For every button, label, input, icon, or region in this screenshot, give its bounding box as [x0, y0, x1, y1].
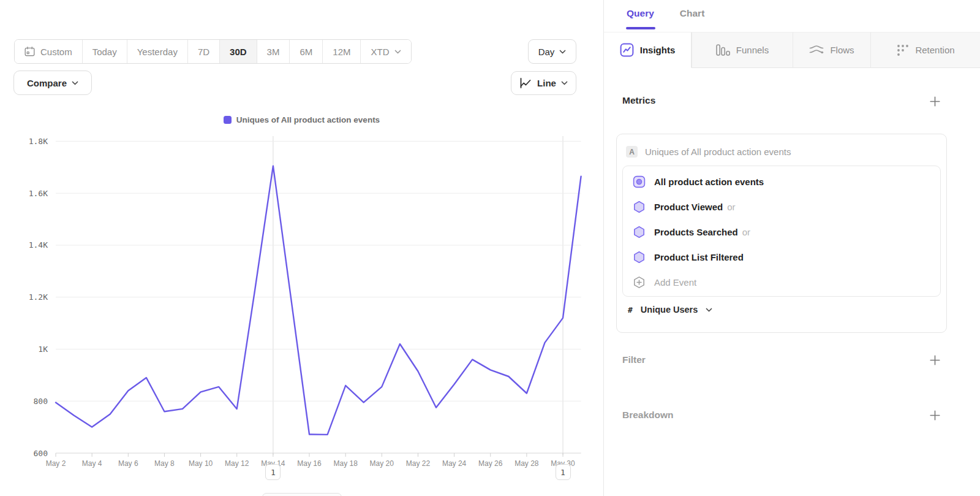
- x-axis-tick-label: May 4: [82, 459, 102, 468]
- tab-retention[interactable]: Retention: [870, 32, 980, 68]
- range-button-12m[interactable]: 12M: [323, 40, 361, 63]
- chart-type-label: Line: [537, 78, 556, 88]
- event-label: Product Viewed: [654, 202, 723, 212]
- x-axis-tick-label: May 28: [514, 459, 539, 468]
- x-axis-tick-label: May 18: [333, 459, 358, 468]
- retention-icon: [897, 44, 909, 56]
- metrics-heading: Metrics: [622, 95, 655, 106]
- add-breakdown-button[interactable]: [930, 410, 940, 421]
- y-axis-tick-label: 1.2K: [29, 292, 48, 302]
- tab-funnels[interactable]: Funnels: [692, 32, 793, 68]
- flows-icon: [809, 45, 824, 56]
- range-button-6m[interactable]: 6M: [290, 40, 323, 63]
- range-label: Today: [92, 47, 117, 57]
- y-axis-tick-label: 1.6K: [29, 189, 48, 198]
- range-label: 7D: [198, 47, 209, 57]
- tab-label: Flows: [830, 45, 854, 55]
- range-button-30d[interactable]: 30D: [220, 40, 257, 63]
- date-range-group: CustomTodayYesterday7D30D3M6M12MXTD: [14, 39, 412, 64]
- range-button-7d[interactable]: 7D: [188, 40, 220, 63]
- range-button-3m[interactable]: 3M: [257, 40, 290, 63]
- range-label: 12M: [333, 47, 350, 57]
- event-row[interactable]: Product Viewedor: [623, 194, 940, 219]
- range-button-custom[interactable]: Custom: [15, 40, 83, 63]
- active-tab-underline: [626, 27, 655, 29]
- range-label: 30D: [230, 47, 247, 57]
- panel-header-tabs: QueryChart: [627, 8, 704, 19]
- x-axis-tick-label: May 12: [225, 459, 249, 468]
- aggregation-label: Unique Users: [641, 305, 698, 315]
- x-axis-tick-label: May 22: [406, 459, 431, 468]
- chevron-down-icon: [72, 81, 78, 85]
- tab-flows[interactable]: Flows: [793, 32, 870, 68]
- section-breakdown: Breakdown: [622, 410, 940, 421]
- section-heading: Filter: [622, 354, 646, 365]
- tab-label: Funnels: [736, 45, 769, 55]
- chart-legend: Uniques of All product action events: [0, 115, 603, 124]
- x-axis-tick-label: May 8: [154, 459, 175, 468]
- metric-card: A Uniques of All product action events A…: [616, 134, 947, 333]
- chart-pane: CustomTodayYesterday7D30D3M6M12MXTD Day …: [0, 0, 603, 496]
- event-row[interactable]: Product List Filtered: [623, 245, 940, 270]
- event-operator-label: or: [742, 227, 750, 237]
- event-label: Add Event: [654, 277, 696, 288]
- chart-type-button[interactable]: Line: [511, 71, 576, 95]
- chevron-down-icon: [706, 308, 712, 312]
- range-label: XTD: [371, 47, 389, 57]
- tab-insights[interactable]: Insights: [604, 32, 692, 68]
- add-filter-button[interactable]: [930, 355, 940, 365]
- chevron-down-icon: [559, 50, 566, 54]
- chevron-down-icon: [394, 50, 401, 54]
- granularity-button[interactable]: Day: [528, 39, 576, 64]
- y-axis-tick-label: 600: [34, 449, 48, 458]
- add-event-row[interactable]: Add Event: [623, 270, 940, 295]
- chart-line: [56, 166, 581, 435]
- y-axis-tick-label: 800: [34, 397, 48, 406]
- add-event-icon: [633, 276, 646, 289]
- y-axis-tick-label: 1.4K: [29, 240, 48, 250]
- event-row[interactable]: Products Searchedor: [623, 219, 940, 245]
- line-chart-icon: [519, 77, 532, 89]
- insights-report-page: CustomTodayYesterday7D30D3M6M12MXTD Day …: [0, 0, 980, 496]
- annotation-badge[interactable]: 1: [265, 464, 281, 480]
- annotation-badge[interactable]: 1: [556, 464, 571, 480]
- x-axis-tick-label: May 10: [189, 459, 213, 468]
- hexagon-icon: [633, 226, 646, 238]
- hexagon-icon: [633, 200, 646, 213]
- calendar-icon: [24, 47, 35, 56]
- event-row[interactable]: All product action events: [623, 169, 940, 194]
- aggregation-selector[interactable]: # Unique Users: [628, 305, 712, 315]
- x-axis-tick-label: May 26: [478, 459, 503, 468]
- granularity-label: Day: [538, 47, 555, 57]
- panel-tab-query[interactable]: Query: [627, 8, 654, 19]
- x-axis-tick-label: May 2: [46, 459, 66, 468]
- event-operator-label: or: [727, 202, 735, 212]
- range-button-yesterday[interactable]: Yesterday: [127, 40, 188, 63]
- compare-label: Compare: [27, 78, 67, 88]
- query-panel: QueryChart InsightsFunnelsFlowsRetention…: [603, 0, 980, 496]
- compare-button[interactable]: Compare: [13, 71, 92, 95]
- x-axis-tick-label: May 24: [442, 459, 467, 468]
- y-axis-tick-label: 1K: [38, 345, 48, 354]
- metric-group-header[interactable]: A Uniques of All product action events: [626, 146, 791, 158]
- range-label: Yesterday: [137, 47, 178, 57]
- event-label: Product List Filtered: [654, 252, 744, 262]
- event-all-icon: [633, 175, 646, 188]
- chevron-down-icon: [561, 81, 568, 85]
- range-button-today[interactable]: Today: [83, 40, 127, 63]
- report-type-tabs: InsightsFunnelsFlowsRetention: [604, 32, 980, 68]
- legend-label: Uniques of All product action events: [236, 115, 380, 124]
- panel-tab-chart[interactable]: Chart: [680, 8, 704, 19]
- event-list-card: All product action eventsProduct Viewedo…: [622, 166, 941, 297]
- event-label: Products Searched: [654, 227, 738, 237]
- annotation-tooltip-partial: [262, 493, 342, 496]
- y-axis-tick-label: 1.8K: [29, 137, 48, 146]
- add-metric-button[interactable]: [930, 96, 940, 107]
- hexagon-icon: [633, 251, 646, 264]
- tab-label: Retention: [915, 45, 954, 55]
- x-axis-tick-label: May 20: [370, 459, 394, 468]
- legend-swatch: [224, 116, 232, 124]
- range-label: 3M: [267, 47, 280, 57]
- range-button-xtd[interactable]: XTD: [361, 40, 411, 63]
- metric-letter-badge: A: [626, 146, 638, 158]
